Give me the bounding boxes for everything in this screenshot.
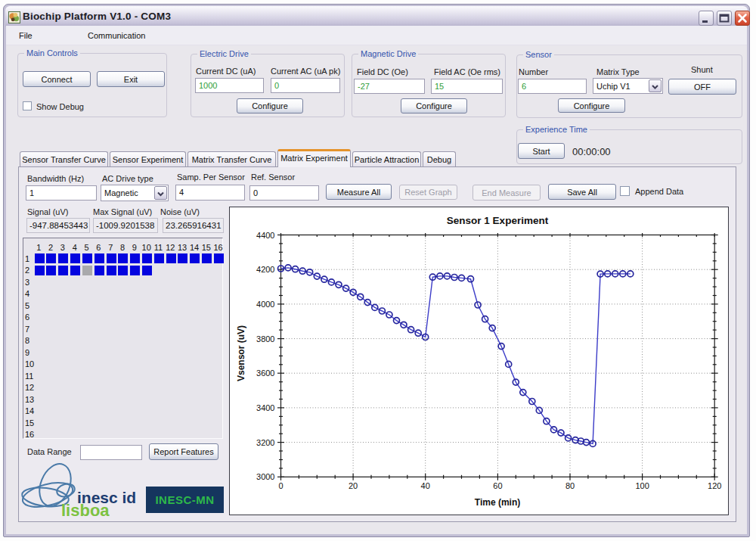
svg-text:20: 20 bbox=[349, 481, 358, 490]
svg-text:3200: 3200 bbox=[256, 438, 274, 447]
svg-text:3000: 3000 bbox=[256, 472, 274, 481]
svg-text:4200: 4200 bbox=[256, 265, 274, 274]
svg-text:80: 80 bbox=[565, 481, 575, 490]
svg-text:3400: 3400 bbox=[256, 403, 274, 412]
svg-text:0: 0 bbox=[278, 481, 283, 490]
svg-text:Time (min): Time (min) bbox=[475, 497, 520, 508]
svg-text:Vsensor (uV): Vsensor (uV) bbox=[236, 325, 246, 381]
svg-text:3800: 3800 bbox=[256, 334, 274, 344]
svg-text:40: 40 bbox=[421, 481, 430, 490]
svg-text:4000: 4000 bbox=[256, 300, 274, 309]
svg-text:4400: 4400 bbox=[256, 231, 274, 240]
svg-text:100: 100 bbox=[635, 481, 649, 490]
svg-text:3600: 3600 bbox=[256, 368, 274, 378]
svg-text:120: 120 bbox=[708, 481, 721, 490]
svg-text:Sensor 1 Experiment: Sensor 1 Experiment bbox=[447, 215, 549, 226]
svg-text:60: 60 bbox=[493, 481, 502, 490]
